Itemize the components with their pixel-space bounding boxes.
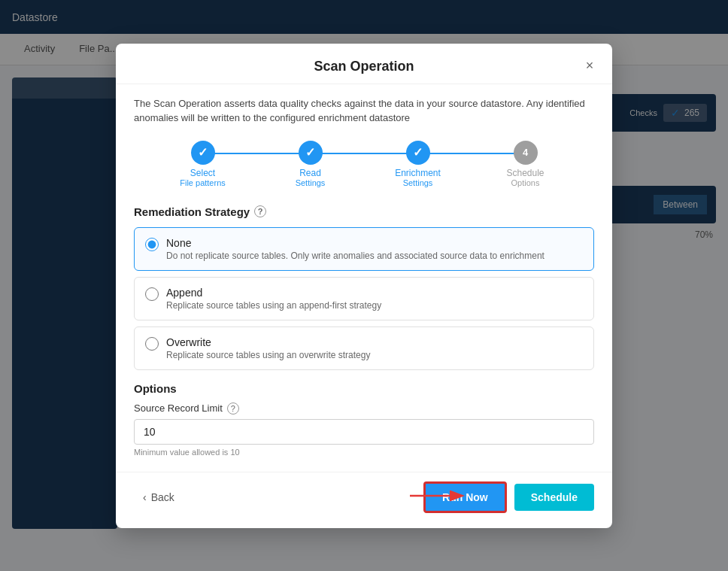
step-2-label: Read: [299, 168, 321, 178]
source-record-limit-hint: Minimum value allowed is 10: [134, 448, 594, 457]
step-3-check-icon: ✓: [413, 145, 423, 159]
modal-body: The Scan Operation asserts data quality …: [116, 84, 612, 472]
radio-none[interactable]: None Do not replicate source tables. Onl…: [134, 227, 594, 271]
schedule-button[interactable]: Schedule: [514, 484, 594, 511]
radio-none-title: None: [166, 237, 544, 249]
step-schedule: 4 Schedule Options: [472, 141, 579, 187]
source-record-limit-label: Source Record Limit ?: [134, 402, 594, 415]
source-record-limit-input[interactable]: 10: [134, 419, 594, 445]
footer-right: Run Now Schedule: [423, 481, 594, 513]
modal-close-button[interactable]: ×: [579, 56, 600, 77]
step-select: ✓ Select File patterns: [149, 141, 256, 187]
options-title: Options: [134, 382, 594, 395]
radio-overwrite-desc: Replicate source tables using an overwri…: [166, 350, 370, 360]
radio-append-input[interactable]: [145, 287, 159, 301]
options-section: Options Source Record Limit ? 10 Minimum…: [134, 382, 594, 457]
back-label: Back: [151, 491, 174, 503]
modal-header: Scan Operation ×: [116, 44, 612, 84]
radio-append-content: Append Replicate source tables using an …: [166, 287, 381, 311]
radio-append[interactable]: Append Replicate source tables using an …: [134, 277, 594, 320]
step-1-sublabel: File patterns: [180, 178, 226, 187]
arrow-indicator: [410, 485, 470, 509]
step-3-sublabel: Settings: [403, 178, 433, 187]
source-record-limit-help-icon[interactable]: ?: [227, 402, 239, 415]
modal-footer: ‹ Back Run Now Schedule: [116, 472, 612, 528]
radio-none-input[interactable]: [145, 238, 159, 251]
remediation-help-icon[interactable]: ?: [254, 205, 266, 217]
step-read: ✓ Read Settings: [256, 141, 364, 187]
step-4-number: 4: [523, 147, 528, 158]
radio-append-title: Append: [166, 287, 381, 299]
step-2-sublabel: Settings: [296, 178, 326, 187]
step-4-label: Schedule: [506, 168, 544, 178]
radio-none-desc: Do not replicate source tables. Only wri…: [166, 251, 544, 261]
step-4-circle: 4: [514, 141, 538, 165]
radio-none-content: None Do not replicate source tables. Onl…: [166, 237, 544, 261]
back-chevron-icon: ‹: [143, 491, 147, 503]
remediation-heading-text: Remediation Strategy: [134, 205, 250, 218]
step-2-circle: ✓: [299, 141, 323, 165]
source-record-limit-text: Source Record Limit: [134, 402, 223, 414]
step-2-check-icon: ✓: [305, 145, 315, 159]
step-1-check-icon: ✓: [198, 145, 208, 159]
arrow-svg: [410, 485, 470, 506]
radio-overwrite-title: Overwrite: [166, 336, 370, 348]
step-1-label: Select: [190, 168, 215, 178]
radio-overwrite-input[interactable]: [145, 337, 159, 351]
modal-description: The Scan Operation asserts data quality …: [134, 96, 594, 126]
radio-append-desc: Replicate source tables using an append-…: [166, 300, 381, 311]
step-enrichment: ✓ Enrichment Settings: [364, 141, 472, 187]
step-3-circle: ✓: [406, 141, 430, 165]
modal-title: Scan Operation: [134, 59, 594, 74]
radio-overwrite-content: Overwrite Replicate source tables using …: [166, 336, 370, 360]
scan-operation-modal: Scan Operation × The Scan Operation asse…: [116, 44, 612, 528]
step-3-label: Enrichment: [395, 168, 441, 178]
back-button[interactable]: ‹ Back: [134, 485, 184, 509]
radio-overwrite[interactable]: Overwrite Replicate source tables using …: [134, 327, 594, 370]
steps-container: ✓ Select File patterns ✓ Read Settings: [134, 141, 594, 187]
remediation-heading: Remediation Strategy ?: [134, 205, 594, 218]
modal-overlay: Scan Operation × The Scan Operation asse…: [0, 0, 728, 571]
step-4-sublabel: Options: [511, 178, 540, 187]
step-1-circle: ✓: [191, 141, 215, 165]
